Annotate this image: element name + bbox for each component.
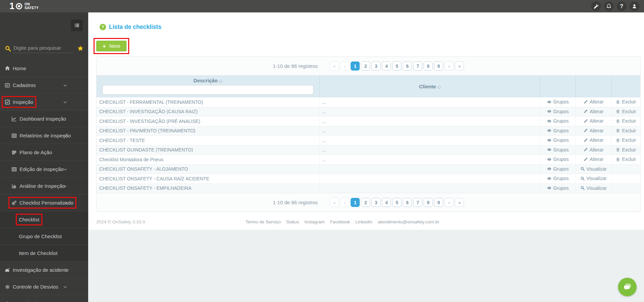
page-next-button[interactable]: › xyxy=(444,198,454,207)
action-label: Excluir xyxy=(622,128,636,133)
alterar-link[interactable]: Alterar xyxy=(583,99,603,104)
page-4-button[interactable]: 4 xyxy=(382,198,391,207)
page-6-button[interactable]: 6 xyxy=(403,198,412,207)
sidebar-item-dashboard-inspecao[interactable]: Dashboard Inspeção xyxy=(0,110,88,127)
action-label: Alterar xyxy=(589,147,603,153)
grupos-link[interactable]: Grupos xyxy=(547,147,569,153)
alterar-link[interactable]: Alterar xyxy=(583,147,603,153)
eye-icon xyxy=(547,100,551,104)
action-label: Alterar xyxy=(589,128,603,133)
user-button[interactable] xyxy=(630,1,639,11)
grupos-link[interactable]: Grupos xyxy=(547,109,569,114)
sidebar-item-checklist[interactable]: Checklist xyxy=(0,211,88,228)
page-6-button[interactable]: 6 xyxy=(403,61,412,71)
sidebar-item-home[interactable]: Home xyxy=(0,60,88,77)
help-circle-icon[interactable]: ? xyxy=(100,24,106,30)
column-header-cliente[interactable]: Cliente ◇ xyxy=(320,76,540,98)
page-8-button[interactable]: 8 xyxy=(424,61,433,71)
page-7-button[interactable]: 7 xyxy=(413,61,422,71)
page-last-button[interactable]: » xyxy=(455,61,464,71)
page-1-button[interactable]: 1 xyxy=(351,198,360,207)
excluir-link[interactable]: Excluir xyxy=(616,109,636,114)
novo-button[interactable]: + Novo xyxy=(96,41,127,51)
grupos-link[interactable]: Grupos xyxy=(547,118,569,124)
alterar-link[interactable]: Alterar xyxy=(583,109,603,114)
wrench-button[interactable] xyxy=(591,1,601,11)
sidebar-menu: HomeCadastrosInspeçãoDashboard InspeçãoR… xyxy=(0,60,88,302)
sidebar-item-controle-de-epis[interactable]: Controle de EPIs xyxy=(0,295,88,302)
excluir-link[interactable]: Excluir xyxy=(616,128,636,133)
grupos-link[interactable]: Grupos xyxy=(547,128,569,133)
visualizar-link[interactable]: Visualizar xyxy=(580,176,607,181)
search-icon xyxy=(580,186,585,190)
visualizar-link[interactable]: Visualizar xyxy=(580,185,607,191)
excluir-link[interactable]: Excluir xyxy=(616,118,636,124)
page-2-button[interactable]: 2 xyxy=(361,198,370,207)
page-5-button[interactable]: 5 xyxy=(392,198,401,207)
chevron-down-icon xyxy=(63,201,67,205)
footer-link-atendimento@onsafety.com.br[interactable]: atendimento@onsafety.com.br xyxy=(378,219,439,224)
excluir-link[interactable]: Excluir xyxy=(616,157,636,162)
sidebar-toggle-button[interactable] xyxy=(71,19,83,31)
visualizar-link[interactable]: Visualizar xyxy=(580,166,607,172)
grupos-link[interactable]: Grupos xyxy=(547,137,569,143)
main-content: ? Lista de checklists + Novo 1-10 de 86 … xyxy=(88,12,644,302)
sidebar-search-input[interactable] xyxy=(13,44,74,53)
page-9-button[interactable]: 9 xyxy=(434,198,443,207)
grupos-link[interactable]: Grupos xyxy=(547,166,569,172)
action-label: Alterar xyxy=(589,118,603,124)
cell-action: Grupos xyxy=(540,126,576,136)
sidebar-item-inspecao[interactable]: Inspeção xyxy=(0,93,88,110)
sidebar-item-grupo-de-checklist[interactable]: Grupo de Checklist xyxy=(0,228,88,245)
page-last-button[interactable]: » xyxy=(455,198,464,207)
grupos-link[interactable]: Grupos xyxy=(547,176,569,181)
excluir-link[interactable]: Excluir xyxy=(616,99,636,104)
bell-button[interactable] xyxy=(604,1,614,11)
grupos-link[interactable]: Grupos xyxy=(547,157,569,162)
cogs-icon xyxy=(11,200,17,206)
sidebar-item-edicao-de-inspecao[interactable]: Edição de inspeção xyxy=(0,161,88,177)
footer-link-termo-de-servico[interactable]: Termo de Serviço xyxy=(246,219,281,224)
sidebar-item-checklist-personalizado[interactable]: Checklist Personalizado xyxy=(0,194,88,211)
table-row: CHECKLIST - TESTE...GruposAlterarExcluir xyxy=(97,136,640,145)
footer-link-linkedin[interactable]: Linkedin xyxy=(355,219,372,224)
chevron-down-icon xyxy=(63,100,67,104)
grupos-link[interactable]: Grupos xyxy=(547,99,569,104)
footer-link-facebook[interactable]: Facebook xyxy=(330,219,350,224)
alterar-link[interactable]: Alterar xyxy=(583,157,603,162)
page-next-button[interactable]: › xyxy=(444,61,454,71)
page-8-button[interactable]: 8 xyxy=(424,198,433,207)
page-7-button[interactable]: 7 xyxy=(413,198,422,207)
alterar-link[interactable]: Alterar xyxy=(583,137,603,143)
excluir-link[interactable]: Excluir xyxy=(616,137,636,143)
page-1-button[interactable]: 1 xyxy=(351,61,360,71)
sidebar-item-relatorios-de-inspecao[interactable]: Relatórios de inspeção xyxy=(0,127,88,144)
eye-icon xyxy=(547,157,551,162)
grupos-link[interactable]: Grupos xyxy=(547,185,569,191)
sidebar-item-item-de-checklist[interactable]: Item de Checklist xyxy=(0,245,88,261)
sidebar-item-analise-de-inspecao[interactable]: Análise de Inspeção xyxy=(0,177,88,194)
descricao-filter-input[interactable] xyxy=(102,85,314,95)
page-2-button[interactable]: 2 xyxy=(361,61,370,71)
page-title-text: Lista de checklists xyxy=(109,24,162,31)
sidebar-item-cadastros[interactable]: Cadastros xyxy=(0,77,88,93)
column-header-descricao[interactable]: Descrição ◇ xyxy=(97,76,320,98)
sidebar-item-investigacao-de-acidente[interactable]: Investigação de acidente xyxy=(0,261,88,278)
excluir-link[interactable]: Excluir xyxy=(616,147,636,153)
help-button[interactable]: ? xyxy=(617,1,627,11)
alterar-link[interactable]: Alterar xyxy=(583,128,603,133)
sidebar-item-plano-de-acao[interactable]: Plano de Ação xyxy=(0,144,88,161)
page-9-button[interactable]: 9 xyxy=(434,61,443,71)
page-3-button[interactable]: 3 xyxy=(371,198,381,207)
chat-widget-button[interactable] xyxy=(618,278,637,296)
page-3-button[interactable]: 3 xyxy=(371,61,381,71)
footer-link-status[interactable]: Status xyxy=(286,219,299,224)
alterar-link[interactable]: Alterar xyxy=(583,118,603,124)
page-5-button[interactable]: 5 xyxy=(392,61,401,71)
star-icon[interactable] xyxy=(77,45,83,51)
cell-action: Grupos xyxy=(540,117,576,126)
page-4-button[interactable]: 4 xyxy=(382,61,391,71)
sidebar-item-controle-de-desvios[interactable]: Controle de Desvios xyxy=(0,278,88,295)
page-prev-button: ‹ xyxy=(340,198,349,207)
footer-link-instagram[interactable]: Instagram xyxy=(305,219,325,224)
